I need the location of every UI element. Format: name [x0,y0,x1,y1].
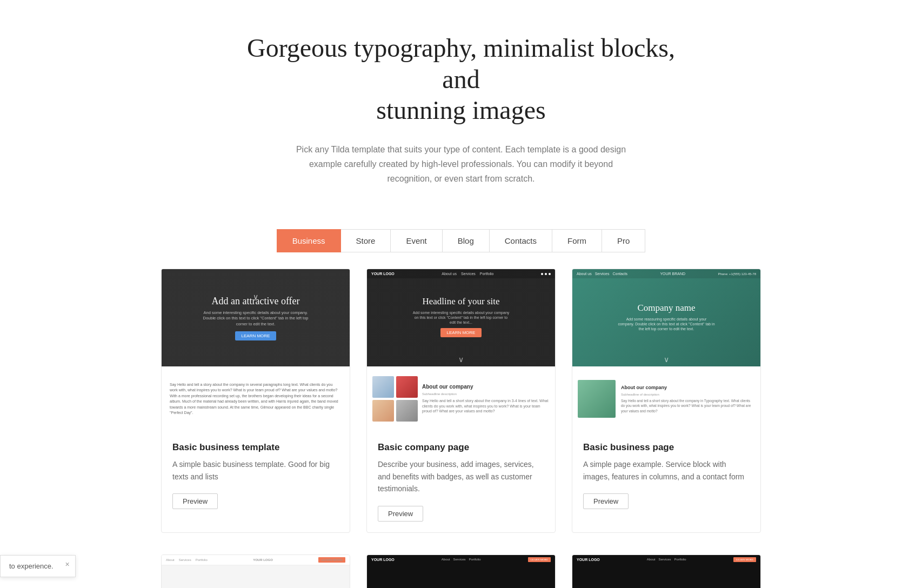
tabs-container: Business Store Event Blog Contacts Form … [0,229,922,252]
card-3-split: About us Services Contacts YOUR BRAND Ph… [572,269,760,431]
card-2-nav-dots [541,273,551,275]
card-3-about-sub: Subheadline of description [621,392,755,397]
card-1-split: Add an attractive offer And some interes… [162,269,350,431]
bottom-card-2-nav-link-2: Services [453,558,466,561]
tab-form[interactable]: Form [552,229,602,252]
card-3-about-text: About our company Subheadline of descrip… [621,385,755,413]
card-2-title: Basic company page [378,442,544,453]
card-3-hero-content: Company name Add some reassuring specifi… [612,278,720,355]
bottom-card-1-nav-link-2: Services [179,558,191,562]
bottom-card-3: YOUR LOGO About Services Portfolio LEARN… [572,554,761,588]
tab-store[interactable]: Store [341,229,391,252]
about-img-3 [372,400,394,422]
card-3-title: Basic business page [583,442,750,453]
bottom-card-3-nav-link-2: Services [659,558,671,561]
tab-event[interactable]: Event [391,229,442,252]
card-2-hero-content: Headline of your site Add some interesti… [407,278,515,355]
toast-close-btn[interactable]: × [65,560,69,569]
card-2-nav: YOUR LOGO About us Services Portfolio [367,269,555,278]
card-1-arrow-icon: ∨ [253,292,258,302]
tab-business[interactable]: Business [277,229,341,252]
bottom-card-1-nav: About Services Portfolio YOUR LOGO LEARN… [162,555,350,565]
bottom-card-2-cta: LEARN MORE [528,557,551,562]
card-3-nav-link-1: About us [577,272,592,276]
bottom-card-3-cta: LEARN MORE [733,557,756,562]
card-2-about: About our company Subheadline descriptio… [367,366,555,431]
cards-grid: Add an attractive offer And some interes… [150,269,772,554]
bottom-card-2-nav-link-1: About [442,558,450,561]
tab-pro[interactable]: Pro [602,229,645,252]
tab-contacts[interactable]: Contacts [490,229,552,252]
card-basic-company-page: YOUR LOGO About us Services Portfolio [366,269,556,532]
card-2-nav-link-3: Portfolio [480,272,494,276]
hero-title-line2: stunning images [376,96,545,124]
hero-title-line1: Gorgeous typography, minimalist blocks, … [247,34,675,93]
bottom-card-1: About Services Portfolio YOUR LOGO LEARN… [161,554,350,588]
bottom-card-1-cta: LEARN MORE [318,557,345,563]
card-3-about-title: About our company [621,385,755,390]
bottom-card-1-nav-links: About Services Portfolio [166,558,208,562]
card-3-body: Basic business page A simple page exampl… [572,431,760,520]
card-2-nav-link-2: Services [461,272,476,276]
bottom-card-3-logo: YOUR LOGO [577,558,600,562]
card-basic-business-template: Add an attractive offer And some interes… [161,269,350,532]
bottom-card-3-nav-link-3: Portfolio [674,558,686,561]
card-2-cta-btn[interactable]: LEARN MORE [440,328,482,337]
card-basic-business-page: About us Services Contacts YOUR BRAND Ph… [572,269,761,532]
card-2-preview-btn[interactable]: Preview [378,506,423,522]
card-3-phone: Phone: +1(555) 123-45-78 [718,272,756,276]
card-1-title: Basic business template [172,442,339,453]
card-3-preview-btn[interactable]: Preview [583,493,629,509]
bottom-card-1-nav-link-3: Portfolio [196,558,208,562]
card-1-about-text: Say Hello and tell a story about the com… [170,382,342,416]
about-img-2 [396,376,418,398]
card-3-nav: About us Services Contacts YOUR BRAND Ph… [572,269,760,278]
card-1-preview: Add an attractive offer And some interes… [162,269,350,431]
bottom-card-3-nav: YOUR LOGO About Services Portfolio LEARN… [572,555,760,564]
bottom-card-2-preview: YOUR LOGO About Services Portfolio LEARN… [367,555,555,588]
card-3-logo: YOUR BRAND [660,272,685,276]
card-3-arrow-icon: ∨ [664,355,669,366]
bottom-card-2-nav-links: About Services Portfolio [442,558,481,561]
about-img-4 [396,400,418,422]
card-2-hero-title: Headline of your site [422,296,499,307]
card-3-about-body: Say Hello and tell a short story about t… [621,398,755,413]
dot-2 [545,273,547,275]
card-3-hero-title: Company name [637,303,695,313]
dot-3 [549,273,551,275]
bottom-card-2-body: Headline. Write here a [367,564,555,588]
toast-notification: to experience. × [0,555,76,577]
card-1-hero: Add an attractive offer And some interes… [162,269,350,366]
card-1-preview-btn[interactable]: Preview [172,493,218,509]
card-2-about-text: About our company Subheadline descriptio… [422,384,550,414]
hero-title: Gorgeous typography, minimalist blocks, … [245,32,677,126]
hero-section: Gorgeous typography, minimalist blocks, … [0,0,922,208]
card-2-hero-sub: Add some interesting specific details ab… [412,310,510,325]
bottom-card-3-nav-links: About Services Portfolio [647,558,686,561]
bottom-card-1-body: Headline. Write here an [162,565,350,588]
tab-blog[interactable]: Blog [443,229,490,252]
about-img-1 [372,376,394,398]
card-2-logo: YOUR LOGO [371,272,395,276]
bottom-card-1-logo: YOUR LOGO [253,558,273,562]
card-2-about-images [372,376,418,422]
card-2-hero-section: YOUR LOGO About us Services Portfolio [367,269,555,366]
dot-1 [541,273,543,275]
bottom-card-2: YOUR LOGO About Services Portfolio LEARN… [366,554,556,588]
card-2-arrow-icon: ∨ [458,355,464,366]
card-1-hero-sub: And some interesting specific details ab… [202,310,310,328]
card-3-description: A simple page example. Service block wit… [583,458,750,483]
card-3-about: About our company Subheadline of descrip… [572,366,760,431]
card-3-nav-link-3: Contacts [612,272,627,276]
bottom-card-3-nav-link-1: About [647,558,656,561]
card-1-about: Say Hello and tell a story about the com… [162,366,350,431]
card-3-nav-links: About us Services Contacts [577,272,627,276]
bottom-card-2-nav: YOUR LOGO About Services Portfolio LEARN… [367,555,555,564]
card-3-preview: About us Services Contacts YOUR BRAND Ph… [572,269,760,431]
bottom-card-1-preview: About Services Portfolio YOUR LOGO LEARN… [162,555,350,588]
card-2-description: Describe your business, add images, serv… [378,458,544,495]
card-1-learn-more-btn[interactable]: LEARN MORE [235,331,277,340]
card-2-preview: YOUR LOGO About us Services Portfolio [367,269,555,431]
hero-description: Pick any Tilda template that suits your … [288,142,634,186]
card-3-nav-link-2: Services [595,272,610,276]
